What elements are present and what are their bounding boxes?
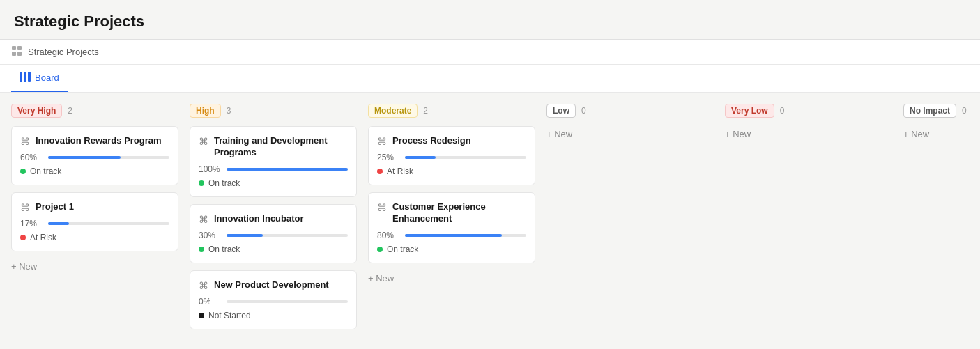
command-icon: ⌘ — [199, 280, 208, 291]
status-dot — [199, 313, 204, 318]
column-count-low: 0 — [581, 106, 586, 116]
progress-percent: 25% — [377, 153, 399, 162]
progress-percent: 0% — [199, 297, 221, 307]
table-row[interactable]: ⌘Process Redesign25%At Risk — [368, 126, 535, 185]
column-header-no-impact: No Impact0 — [903, 104, 980, 118]
table-row[interactable]: ⌘Innovation Incubator30%On track — [190, 204, 357, 263]
column-header-very-high: Very High2 — [11, 104, 178, 118]
svg-rect-4 — [20, 72, 22, 82]
svg-rect-0 — [12, 46, 16, 50]
card-title: Project 1 — [36, 201, 74, 213]
status-dot — [377, 169, 383, 174]
status-label: On track — [208, 178, 240, 188]
page-title: Strategic Projects — [14, 13, 966, 31]
column-count-high: 3 — [227, 106, 231, 116]
table-row[interactable]: ⌘New Product Development0%Not Started — [190, 270, 357, 329]
progress-bar-background — [405, 156, 526, 159]
column-count-very-low: 0 — [780, 106, 785, 116]
progress-bar-fill — [48, 156, 121, 159]
column-high: High3⌘Training and Development Programs1… — [190, 104, 357, 349]
tabs-bar: Board — [0, 65, 980, 93]
column-header-moderate: Moderate2 — [368, 104, 535, 118]
add-new-low[interactable]: + New — [546, 126, 714, 142]
priority-badge-very-low: Very Low — [725, 104, 774, 118]
card-title: Process Redesign — [392, 135, 471, 147]
status-label: On track — [30, 166, 61, 176]
progress-bar-background — [48, 156, 169, 159]
status-label: On track — [208, 245, 240, 254]
card-title: Training and Development Programs — [214, 135, 348, 159]
table-row[interactable]: ⌘Customer Experience Enhancement80%On tr… — [368, 192, 535, 263]
column-count-no-impact: 0 — [962, 106, 967, 116]
card-title: Innovation Incubator — [214, 213, 304, 225]
status-dot — [20, 169, 26, 174]
status-label: On track — [387, 245, 418, 254]
progress-bar-fill — [48, 222, 69, 225]
add-new-moderate[interactable]: + New — [368, 270, 535, 286]
column-count-very-high: 2 — [68, 106, 72, 116]
svg-rect-6 — [28, 72, 31, 82]
board-container: Very High2⌘Innovation Rewards Program60%… — [0, 93, 980, 349]
column-no-impact: No Impact0+ New — [903, 104, 980, 349]
add-new-no-impact[interactable]: + New — [903, 126, 980, 142]
page-header: Strategic Projects Strategic Projects Bo… — [0, 0, 980, 93]
status-dot — [377, 247, 383, 252]
progress-bar-fill — [405, 156, 436, 159]
status-dot — [20, 235, 26, 240]
tab-board[interactable]: Board — [11, 65, 68, 92]
column-header-low: Low0 — [546, 104, 714, 118]
progress-percent: 30% — [199, 231, 221, 240]
board-tab-icon — [20, 72, 31, 84]
table-row[interactable]: ⌘Training and Development Programs100%On… — [190, 126, 357, 197]
priority-badge-no-impact: No Impact — [903, 104, 956, 118]
command-icon: ⌘ — [199, 136, 208, 147]
progress-bar-fill — [405, 234, 502, 237]
card-title: Customer Experience Enhancement — [392, 201, 526, 225]
table-row[interactable]: ⌘Innovation Rewards Program60%On track — [11, 126, 178, 185]
column-header-high: High3 — [190, 104, 357, 118]
priority-badge-high: High — [190, 104, 221, 118]
svg-rect-5 — [24, 72, 26, 82]
column-very-high: Very High2⌘Innovation Rewards Program60%… — [11, 104, 178, 349]
progress-percent: 100% — [199, 164, 221, 174]
column-low: Low0+ New — [546, 104, 714, 349]
breadcrumb-icon — [11, 45, 22, 59]
command-icon: ⌘ — [199, 214, 208, 225]
progress-percent: 60% — [20, 153, 43, 162]
command-icon: ⌘ — [20, 136, 30, 147]
column-header-very-low: Very Low0 — [725, 104, 892, 118]
svg-rect-1 — [17, 46, 22, 50]
status-dot — [199, 247, 204, 252]
breadcrumb-text: Strategic Projects — [28, 47, 99, 57]
progress-percent: 17% — [20, 219, 43, 228]
status-label: At Risk — [387, 166, 413, 176]
command-icon: ⌘ — [377, 136, 387, 147]
column-very-low: Very Low0+ New — [725, 104, 892, 349]
svg-rect-3 — [17, 52, 22, 56]
card-title: Innovation Rewards Program — [36, 135, 162, 147]
svg-rect-2 — [12, 52, 16, 56]
priority-badge-very-high: Very High — [11, 104, 62, 118]
status-label: At Risk — [30, 233, 56, 242]
progress-percent: 80% — [377, 231, 399, 240]
progress-bar-background — [48, 222, 169, 225]
add-new-very-high[interactable]: + New — [11, 258, 178, 274]
progress-bar-background — [405, 234, 526, 237]
progress-bar-background — [227, 234, 348, 237]
add-new-very-low[interactable]: + New — [725, 126, 892, 142]
status-dot — [199, 180, 204, 186]
breadcrumb-bar: Strategic Projects — [0, 40, 980, 65]
progress-bar-background — [227, 168, 348, 171]
priority-badge-low: Low — [546, 104, 576, 118]
column-count-moderate: 2 — [423, 106, 428, 116]
priority-badge-moderate: Moderate — [368, 104, 418, 118]
column-moderate: Moderate2⌘Process Redesign25%At Risk⌘Cus… — [368, 104, 535, 349]
progress-bar-fill — [227, 234, 263, 237]
progress-bar-fill — [227, 168, 348, 171]
command-icon: ⌘ — [20, 202, 30, 213]
card-title: New Product Development — [214, 279, 329, 291]
table-row[interactable]: ⌘Project 117%At Risk — [11, 192, 178, 251]
progress-bar-background — [227, 300, 348, 303]
command-icon: ⌘ — [377, 202, 387, 213]
status-label: Not Started — [208, 311, 251, 320]
